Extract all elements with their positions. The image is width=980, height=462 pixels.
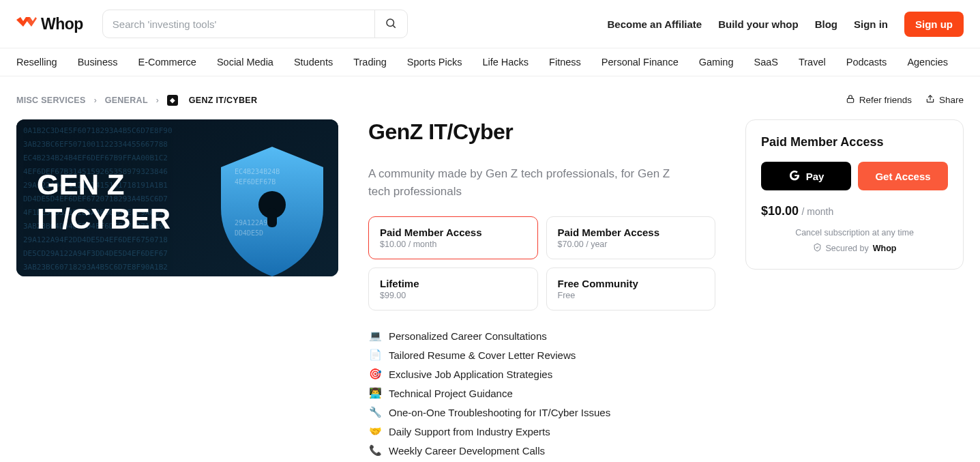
header: Whop Become an Affiliate Build your whop… [0, 0, 980, 48]
sidebar-price-row: $10.00 / month [761, 204, 948, 218]
feature-text: One-on-One Troubleshooting for IT/Cyber … [389, 407, 610, 418]
product-title: GenZ IT/Cyber [368, 119, 715, 145]
secured-row: Secured by Whop [761, 243, 948, 254]
cat-social-media[interactable]: Social Media [217, 57, 273, 68]
cat-students[interactable]: Students [294, 57, 333, 68]
cat-agencies[interactable]: Agencies [907, 57, 948, 68]
sidebar-period: / month [802, 206, 834, 217]
build-link[interactable]: Build your whop [718, 18, 799, 30]
feature-item: 📞Weekly Career Development Calls [368, 444, 715, 457]
cat-podcasts[interactable]: Podcasts [846, 57, 887, 68]
category-nav: Reselling Business E-Commerce Social Med… [0, 48, 980, 76]
share-label: Share [939, 95, 964, 105]
document-icon: 📄 [368, 349, 382, 361]
cat-gaming[interactable]: Gaming [699, 57, 734, 68]
svg-point-0 [387, 19, 394, 27]
sidebar-title: Paid Member Access [761, 135, 948, 149]
feature-item: 📄Tailored Resume & Cover Letter Reviews [368, 349, 715, 361]
svg-line-1 [394, 25, 396, 27]
main: 0A1B2C3D4E5F60718293A4B5C6D7E8F90 3AB23B… [0, 114, 980, 462]
cat-trading[interactable]: Trading [353, 57, 387, 68]
logo[interactable]: Whop [16, 15, 83, 33]
chevron-right-icon: › [94, 96, 97, 105]
purchase-sidebar: Paid Member Access Pay Get Access $10.00… [745, 119, 964, 270]
plan-grid: Paid Member Access $10.00 / month Paid M… [368, 216, 715, 311]
plan-title: Free Community [558, 278, 704, 289]
google-g-icon [788, 169, 801, 184]
refer-friends-button[interactable]: Refer friends [846, 94, 912, 106]
cat-business[interactable]: Business [78, 57, 118, 68]
plan-title: Lifetime [380, 278, 526, 289]
cat-fitness[interactable]: Fitness [549, 57, 581, 68]
svg-text:0A1B2C3D4E5F60718293A4B5C6D7E8: 0A1B2C3D4E5F60718293A4B5C6D7E8F90 [23, 126, 173, 135]
refer-label: Refer friends [859, 95, 912, 105]
search-button[interactable] [374, 10, 407, 38]
svg-rect-2 [847, 98, 853, 102]
secured-label: Secured by [826, 244, 869, 253]
product-badge-icon: ◆ [167, 95, 178, 106]
feature-text: Tailored Resume & Cover Letter Reviews [389, 349, 576, 361]
hero-text-line1: GEN Z [37, 169, 124, 201]
search-input[interactable] [103, 18, 374, 30]
plan-price: $70.00 / year [558, 240, 704, 249]
signup-button[interactable]: Sign up [904, 12, 964, 37]
google-pay-button[interactable]: Pay [761, 162, 851, 190]
cat-reselling[interactable]: Reselling [16, 57, 57, 68]
plan-price: $10.00 / month [380, 240, 526, 249]
shield-check-icon [813, 243, 822, 254]
plan-price: Free [558, 291, 704, 300]
blog-link[interactable]: Blog [815, 18, 837, 30]
cat-travel[interactable]: Travel [799, 57, 826, 68]
refer-icon [846, 94, 855, 106]
feature-item: 💻Personalized Career Consultations [368, 330, 715, 342]
handshake-icon: 🤝 [368, 425, 382, 437]
svg-text:EC4B234B24B4EF6DEF67B9FFAA00B1: EC4B234B24B4EF6DEF67B9FFAA00B1C2 [23, 154, 168, 162]
payment-buttons: Pay Get Access [761, 162, 948, 190]
cat-life-hacks[interactable]: Life Hacks [482, 57, 529, 68]
cat-saas[interactable]: SaaS [754, 57, 777, 68]
signin-link[interactable]: Sign in [854, 18, 888, 30]
gpay-label: Pay [806, 171, 825, 182]
feature-list: 💻Personalized Career Consultations 📄Tail… [368, 330, 715, 457]
svg-text:29A122A94F2DD4DE5D4EF6DEF67507: 29A122A94F2DD4DE5D4EF6DEF6750718 [23, 235, 168, 244]
target-icon: 🎯 [368, 368, 382, 380]
plan-free[interactable]: Free Community Free [546, 268, 716, 311]
sidebar-price: $10.00 [761, 204, 799, 218]
svg-rect-20 [267, 208, 277, 227]
affiliate-link[interactable]: Become an Affiliate [608, 18, 702, 30]
product-hero-image: 0A1B2C3D4E5F60718293A4B5C6D7E8F90 3AB23B… [16, 119, 338, 276]
laptop-icon: 💻 [368, 330, 382, 342]
svg-text:3AB23BC60718293A4B5C6D7E8F90A1: 3AB23BC60718293A4B5C6D7E8F90A1B2 [23, 263, 168, 272]
crumb-current: GENZ IT/CYBER [189, 96, 257, 105]
header-right: Become an Affiliate Build your whop Blog… [608, 12, 964, 37]
feature-text: Technical Project Guidance [389, 388, 513, 399]
cat-personal-finance[interactable]: Personal Finance [602, 57, 679, 68]
plan-lifetime[interactable]: Lifetime $99.00 [368, 268, 538, 311]
svg-text:DE5CD29A122A94F3DD4DE5D4EF6DEF: DE5CD29A122A94F3DD4DE5D4EF6DEF67 [23, 249, 168, 258]
feature-text: Daily Support from Industry Experts [389, 426, 550, 437]
cat-ecommerce[interactable]: E-Commerce [138, 57, 196, 68]
cancel-note: Cancel subscription at any time [761, 228, 948, 237]
feature-text: Weekly Career Development Calls [389, 445, 545, 457]
wrench-icon: 🔧 [368, 406, 382, 418]
plan-yearly[interactable]: Paid Member Access $70.00 / year [546, 216, 716, 259]
cat-sports-picks[interactable]: Sports Picks [407, 57, 462, 68]
get-access-button[interactable]: Get Access [858, 162, 948, 190]
feature-item: 👨‍💻Technical Project Guidance [368, 387, 715, 399]
svg-text:3AB23BC6EF50710011223344556677: 3AB23BC6EF5071001122334455667788 [23, 140, 168, 149]
feature-item: 🔧One-on-One Troubleshooting for IT/Cyber… [368, 406, 715, 418]
share-button[interactable]: Share [925, 94, 964, 106]
svg-text:DD4DE5D: DD4DE5D [235, 229, 263, 237]
logo-mark-icon [16, 17, 37, 31]
chevron-right-icon: › [156, 96, 159, 105]
plan-monthly[interactable]: Paid Member Access $10.00 / month [368, 216, 538, 259]
breadcrumb-actions: Refer friends Share [846, 94, 964, 106]
product-subtitle: A community made by Gen Z tech professio… [368, 165, 682, 200]
crumb-general[interactable]: GENERAL [105, 96, 148, 105]
crumb-misc[interactable]: MISC SERVICES [16, 96, 86, 105]
search-box [102, 10, 408, 38]
plan-price: $99.00 [380, 291, 526, 300]
engineer-icon: 👨‍💻 [368, 387, 382, 399]
hero-text-line2: IT/CYBER [37, 203, 170, 235]
breadcrumb: MISC SERVICES › GENERAL › ◆ GENZ IT/CYBE… [0, 76, 980, 114]
